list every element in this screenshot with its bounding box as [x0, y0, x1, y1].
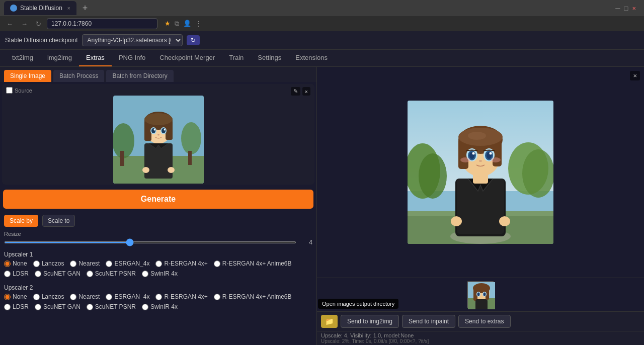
svg-point-18 [157, 134, 159, 135]
reload-btn[interactable]: ↻ [33, 19, 44, 29]
slider-row: 4 [4, 239, 312, 246]
output-image [408, 101, 553, 244]
remove-image-btn[interactable]: × [302, 87, 310, 96]
upscaler2-resrgan4xanime6b[interactable]: R-ESRGAN 4x+ Anime6B [214, 293, 292, 300]
open-output-folder-btn[interactable]: 📁 [321, 315, 338, 328]
tab-train[interactable]: Train [222, 50, 251, 66]
content-area: Single Image Batch Process Batch from Di… [0, 67, 644, 345]
new-tab-btn[interactable]: + [78, 3, 92, 14]
close-output-btn[interactable]: × [630, 71, 640, 80]
upscaler2-lanczos[interactable]: Lanczos [33, 293, 64, 300]
resize-label: Resize [4, 231, 312, 237]
checkpoint-select[interactable]: Anything-V3-fp32.safetensors [625a2ba2] [82, 34, 183, 46]
svg-point-16 [153, 129, 155, 130]
browser-chrome: Stable Diffusion × + ─ □ × ← → ↻ ★ ⧉ 👤 ⋮ [0, 0, 644, 31]
subtab-single-image[interactable]: Single Image [4, 70, 51, 82]
upscaler2-none[interactable]: None [4, 293, 27, 300]
tab-checkpoint-merger[interactable]: Checkpoint Merger [152, 50, 222, 66]
app: Stable Diffusion checkpoint Anything-V3-… [0, 31, 644, 345]
forward-btn[interactable]: → [19, 19, 30, 29]
upscaler2-ldsr[interactable]: LDSR [4, 303, 29, 310]
upscaler1-options: None Lanczos Nearest ESRGAN_4x R-ESRGAN … [4, 260, 312, 277]
source-checkbox[interactable] [6, 87, 13, 94]
tab-extras[interactable]: Extras [79, 50, 112, 66]
image-upload-area[interactable]: Source ✎ × [2, 84, 314, 185]
upscaler1-section: Upscaler 1 None Lanczos Nearest ESRGAN_4… [0, 249, 316, 279]
svg-point-14 [151, 128, 155, 133]
extension-icon[interactable]: ⧉ [175, 20, 179, 28]
image-tools: ✎ × [291, 87, 310, 96]
refresh-checkpoint-btn[interactable]: ↻ [187, 35, 200, 45]
action-row: 📁 Open images output directory Send to i… [317, 311, 644, 331]
subtab-batch-process[interactable]: Batch Process [53, 70, 104, 82]
sub-tabs: Single Image Batch Process Batch from Di… [0, 67, 316, 82]
upscaler1-lanczos[interactable]: Lanczos [33, 260, 64, 267]
upscaler1-scunet-psnr[interactable]: ScuNET PSNR [87, 270, 136, 277]
back-btn[interactable]: ← [4, 19, 16, 29]
sd-header-title: Stable Diffusion checkpoint [5, 37, 78, 44]
upscaler1-swinir4x[interactable]: SwinIR 4x [142, 270, 178, 277]
tab-img2img[interactable]: img2img [40, 50, 79, 66]
svg-point-61 [477, 293, 480, 296]
window-controls: ─ □ × [615, 5, 640, 12]
tab-extensions[interactable]: Extensions [288, 50, 335, 66]
svg-point-15 [162, 128, 166, 133]
tab-settings[interactable]: Settings [251, 50, 288, 66]
output-image-svg [408, 101, 553, 244]
upscaler1-nearest[interactable]: Nearest [70, 260, 100, 267]
svg-point-26 [522, 149, 553, 198]
upscaler2-title: Upscaler 2 [4, 284, 312, 291]
upscaler2-options: None Lanczos Nearest ESRGAN_4x R-ESRGAN … [4, 293, 312, 310]
bookmark-icon[interactable]: ★ [165, 20, 171, 28]
maximize-btn[interactable]: □ [624, 5, 628, 12]
edit-image-btn[interactable]: ✎ [291, 87, 300, 96]
upscaler2-section: Upscaler 2 None Lanczos Nearest ESRGAN_4… [0, 282, 316, 312]
upscaler2-esrgan4x[interactable]: ESRGAN_4x [106, 293, 149, 300]
svg-rect-6 [144, 143, 173, 179]
generate-btn[interactable]: Generate [3, 190, 313, 209]
tab-pnginfo[interactable]: PNG Info [112, 50, 152, 66]
subtab-batch-directory[interactable]: Batch from Directory [106, 70, 173, 82]
resize-slider[interactable] [4, 241, 296, 243]
svg-rect-5 [188, 151, 192, 165]
upscaler1-esrgan4x[interactable]: ESRGAN_4x [106, 260, 149, 267]
send-to-inpaint-btn[interactable]: Send to inpaint [402, 315, 455, 328]
close-window-btn[interactable]: × [632, 5, 636, 12]
scale-to-tab[interactable]: Scale to [42, 215, 75, 227]
scale-tabs: Scale by Scale to [0, 212, 316, 230]
svg-point-17 [164, 129, 165, 130]
svg-point-20 [168, 167, 175, 173]
upscaler1-resrgan4xanime6b[interactable]: R-ESRGAN 4x+ Anime6B [214, 260, 292, 267]
menu-icon[interactable]: ⋮ [195, 20, 202, 28]
send-to-img2img-btn[interactable]: Send to img2img [341, 315, 399, 328]
status-line2: Upscale: 2%, Time: 0s, 0.0it/s [0/0, 0:0… [321, 338, 640, 344]
svg-point-46 [490, 152, 492, 155]
sd-header: Stable Diffusion checkpoint Anything-V3-… [0, 31, 644, 50]
svg-point-62 [484, 293, 486, 296]
tab-txt2img[interactable]: txt2img [5, 50, 40, 66]
upscaler2-scunet-psnr[interactable]: ScuNET PSNR [87, 303, 136, 310]
svg-point-24 [419, 153, 447, 199]
upscaler2-scunet-gan[interactable]: ScuNET GAN [35, 303, 80, 310]
send-to-extras-btn[interactable]: Send to extras [458, 315, 510, 328]
upscaler2-resrgan4x[interactable]: R-ESRGAN 4x+ [155, 293, 207, 300]
address-input[interactable] [47, 18, 157, 29]
upscaler2-swinir4x[interactable]: SwinIR 4x [142, 303, 178, 310]
upscaler1-none[interactable]: None [4, 260, 27, 267]
minimize-btn[interactable]: ─ [615, 5, 620, 12]
svg-point-51 [499, 216, 510, 226]
svg-point-47 [479, 160, 482, 162]
upscaler1-ldsr[interactable]: LDSR [4, 270, 29, 277]
upscaler1-scunet-gan[interactable]: ScuNET GAN [35, 270, 80, 277]
upscaler1-resrgan4x[interactable]: R-ESRGAN 4x+ [155, 260, 207, 267]
profile-icon[interactable]: 👤 [183, 20, 191, 28]
svg-rect-4 [120, 151, 124, 166]
scale-by-tab[interactable]: Scale by [4, 215, 38, 227]
svg-point-11 [144, 113, 173, 125]
tab-close-btn[interactable]: × [67, 6, 70, 11]
browser-tab[interactable]: Stable Diffusion × [4, 1, 76, 15]
address-bar-row: ← → ↻ ★ ⧉ 👤 ⋮ [0, 16, 644, 31]
thumbnail-item[interactable] [467, 281, 494, 308]
right-panel: × [317, 67, 644, 345]
upscaler2-nearest[interactable]: Nearest [70, 293, 100, 300]
